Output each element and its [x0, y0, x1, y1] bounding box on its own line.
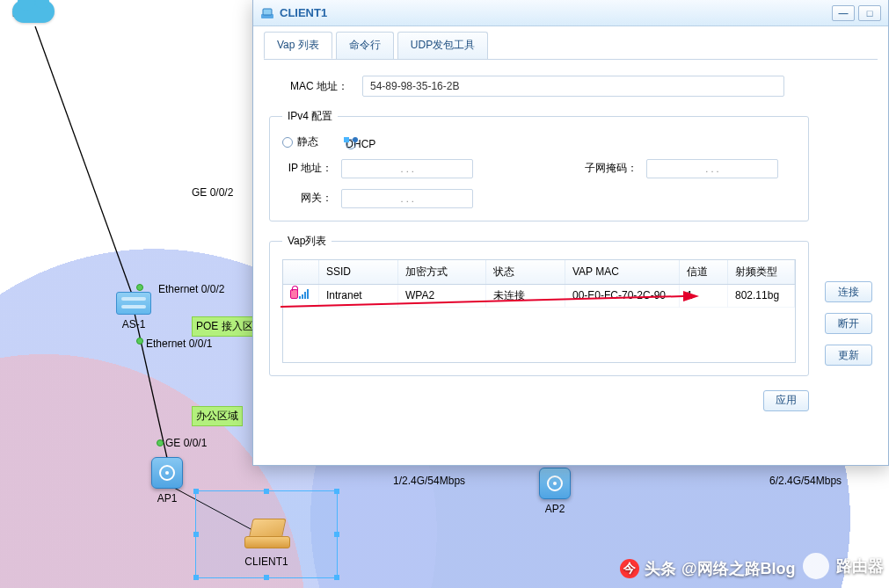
- band-label-1: 1/2.4G/54Mbps: [393, 475, 465, 487]
- client1-window: CLIENT1 — □ Vap 列表 命令行 UDP发包工具 MAC 地址： I…: [252, 0, 889, 466]
- col-vapmac[interactable]: VAP MAC: [565, 260, 680, 285]
- maximize-button[interactable]: □: [858, 5, 881, 21]
- client1-label: CLIENT1: [244, 555, 288, 568]
- switch-label: AS-1: [116, 318, 151, 330]
- window-title: CLIENT1: [280, 6, 327, 19]
- cell-chan: 1: [680, 284, 728, 307]
- ipv4-fieldset: IPv4 配置 静态 DHCP IP 地址： . . . 子网掩码： . . .…: [269, 109, 809, 221]
- laptop-icon: [244, 519, 288, 548]
- minimize-button[interactable]: —: [832, 5, 855, 21]
- tab-cli[interactable]: 命令行: [336, 32, 394, 59]
- link-label-ge002: GE 0/0/2: [192, 186, 233, 199]
- mask-label: 子网掩码：: [579, 161, 638, 176]
- table-row[interactable]: Intranet WPA2 未连接 00-E0-FC-70-2C-90 1 80…: [283, 284, 795, 307]
- cell-ssid: Intranet: [319, 284, 398, 307]
- cloud-icon: [12, 0, 55, 23]
- col-radio[interactable]: 射频类型: [728, 260, 795, 285]
- mask-input[interactable]: . . .: [646, 159, 778, 178]
- brand-circle-icon: [803, 553, 829, 579]
- port-dot: [157, 439, 164, 446]
- cell-enc: WPA2: [398, 284, 486, 307]
- ap-icon: [151, 457, 183, 489]
- titlebar[interactable]: CLIENT1 — □: [253, 0, 888, 26]
- radio-dhcp[interactable]: DHCP: [346, 138, 375, 150]
- switch-icon: [116, 292, 151, 315]
- port-dot: [136, 284, 143, 291]
- col-chan[interactable]: 信道: [680, 260, 728, 285]
- watermark-right: 路由器: [803, 553, 884, 579]
- mac-input[interactable]: [362, 76, 784, 97]
- ipv4-legend: IPv4 配置: [282, 109, 338, 124]
- client1-node[interactable]: CLIENT1: [244, 519, 288, 568]
- vap-list-legend: Vap列表: [282, 234, 332, 249]
- tag-office: 办公区域: [192, 406, 243, 426]
- ap1-label: AP1: [151, 492, 183, 505]
- tab-udp[interactable]: UDP发包工具: [397, 32, 488, 59]
- lock-signal-icon: [290, 289, 309, 299]
- toutiao-icon: 今: [620, 559, 639, 578]
- col-state[interactable]: 状态: [486, 260, 565, 285]
- refresh-button[interactable]: 更新: [825, 345, 872, 366]
- watermark-left: 今 头条 @网络之路Blog: [620, 558, 796, 579]
- ap2-node[interactable]: AP2: [539, 468, 571, 515]
- internet-node[interactable]: internet: [12, 0, 47, 19]
- window-icon: [260, 6, 274, 20]
- gw-label: 网关：: [282, 191, 332, 206]
- ap2-label: AP2: [539, 503, 571, 515]
- gw-input[interactable]: . . .: [341, 189, 473, 208]
- mac-label: MAC 地址：: [269, 79, 348, 94]
- vap-table[interactable]: SSID 加密方式 状态 VAP MAC 信道 射频类型 Intranet WP: [283, 260, 795, 308]
- connect-button[interactable]: 连接: [825, 281, 872, 302]
- switch-as1[interactable]: AS-1: [116, 292, 151, 330]
- disconnect-button[interactable]: 断开: [825, 313, 872, 334]
- port-dot: [136, 338, 143, 345]
- ap-icon: [539, 468, 571, 499]
- ip-label: IP 地址：: [282, 161, 332, 176]
- ip-input[interactable]: . . .: [341, 159, 473, 178]
- svg-rect-4: [263, 9, 272, 15]
- col-ssid[interactable]: SSID: [319, 260, 398, 285]
- vap-table-wrap: SSID 加密方式 状态 VAP MAC 信道 射频类型 Intranet WP: [282, 259, 796, 363]
- col-enc[interactable]: 加密方式: [398, 260, 486, 285]
- cell-radio: 802.11bg: [728, 284, 795, 307]
- tag-poe: POE 接入区: [192, 316, 258, 337]
- cell-state: 未连接: [486, 284, 565, 307]
- link-label-ge001: GE 0/0/1: [165, 437, 207, 449]
- radio-static[interactable]: 静态: [282, 134, 318, 149]
- vap-list-fieldset: Vap列表 SSID 加密方式 状态 VAP MAC 信道 射频类型: [269, 234, 809, 376]
- apply-button[interactable]: 应用: [763, 390, 809, 411]
- col-icon[interactable]: [283, 260, 319, 285]
- tab-vap-list[interactable]: Vap 列表: [264, 32, 332, 59]
- tab-bar: Vap 列表 命令行 UDP发包工具: [253, 26, 888, 59]
- link-label-eth002: Ethernet 0/0/2: [158, 283, 224, 295]
- cell-vapmac: 00-E0-FC-70-2C-90: [565, 284, 680, 307]
- link-label-eth001: Ethernet 0/0/1: [146, 338, 212, 350]
- ap1-node[interactable]: AP1: [151, 457, 183, 505]
- band-label-2: 6/2.4G/54Mbps: [769, 475, 842, 487]
